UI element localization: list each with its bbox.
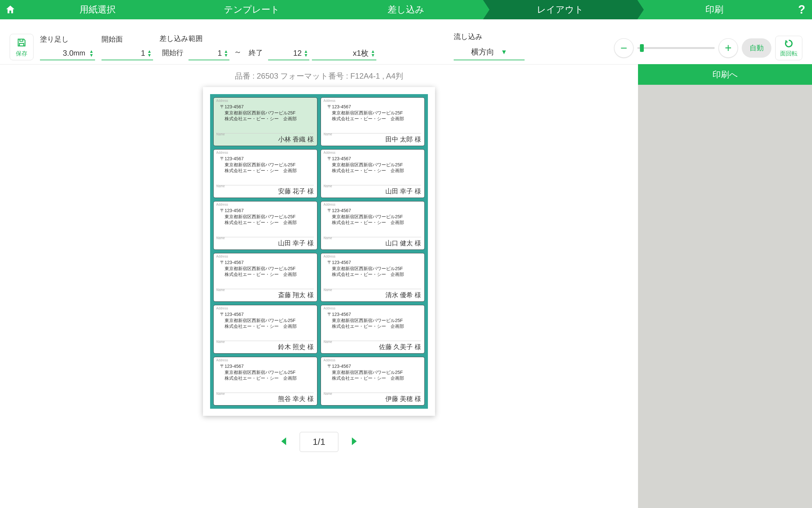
step-paper[interactable]: 用紙選択 xyxy=(20,0,175,19)
zoom-out-button[interactable]: − xyxy=(614,38,633,58)
startface-spinner[interactable]: ▲▼ xyxy=(147,49,152,57)
name-heading: Name xyxy=(323,236,332,240)
startface-input-wrap[interactable]: ▲▼ xyxy=(101,47,153,60)
page-indicator[interactable]: 1/1 xyxy=(300,432,339,452)
label-cell[interactable]: Address〒123-4567東京都新宿区西新宿パワービル25F株式会社エー・… xyxy=(213,357,317,406)
page-preview[interactable]: Address〒123-4567東京都新宿区西新宿パワービル25F株式会社エー・… xyxy=(203,87,435,416)
zip: 〒123-4567 xyxy=(327,312,421,318)
range-end-input[interactable] xyxy=(269,49,302,58)
range-start-wrap[interactable]: ▲▼ xyxy=(188,47,230,60)
range-control: 差し込み範囲 開始行 ▲▼ ～ 終了 ▲▼ ▲▼ xyxy=(160,34,377,60)
zoom-slider[interactable] xyxy=(637,47,715,49)
label-cell[interactable]: Address〒123-4567東京都新宿区西新宿パワービル25F株式会社エー・… xyxy=(213,201,317,250)
copies-wrap[interactable]: ▲▼ xyxy=(312,47,376,60)
rotate-button[interactable]: 面回転 xyxy=(775,36,802,60)
address-line: 株式会社エー・ビー・シー 企画部 xyxy=(332,116,421,122)
zip: 〒123-4567 xyxy=(220,260,314,266)
label-cell[interactable]: Address〒123-4567東京都新宿区西新宿パワービル25F株式会社エー・… xyxy=(213,149,317,198)
address-heading: Address xyxy=(323,358,335,362)
step-template[interactable]: テンプレート xyxy=(175,0,329,19)
label-cell[interactable]: Address〒123-4567東京都新宿区西新宿パワービル25F株式会社エー・… xyxy=(321,305,425,353)
spin-down-icon[interactable]: ▼ xyxy=(224,53,228,57)
recipient-name: 熊谷 幸夫 様 xyxy=(217,393,314,403)
address-heading: Address xyxy=(323,255,335,258)
range-end-wrap[interactable]: ▲▼ xyxy=(268,47,309,60)
step-layout[interactable]: レイアウト xyxy=(483,0,637,19)
save-icon xyxy=(16,37,27,48)
step-merge[interactable]: 差し込み xyxy=(329,0,483,19)
name-heading: Name xyxy=(216,288,225,292)
spin-down-icon[interactable]: ▼ xyxy=(147,53,152,57)
copies-input[interactable] xyxy=(336,49,369,58)
prev-page-button[interactable] xyxy=(278,435,290,449)
startface-control: 開始面 ▲▼ xyxy=(101,35,153,60)
bleed-input-wrap[interactable]: mm ▲▼ xyxy=(40,47,95,60)
range-end-spinner[interactable]: ▲▼ xyxy=(304,49,308,57)
label-cell[interactable]: Address〒123-4567東京都新宿区西新宿パワービル25F株式会社エー・… xyxy=(321,97,425,146)
chevron-right-icon xyxy=(348,435,360,447)
recipient-name: 山田 幸子 様 xyxy=(217,237,314,248)
save-button[interactable]: 保存 xyxy=(10,34,34,60)
address-line: 株式会社エー・ビー・シー 企画部 xyxy=(332,168,421,173)
range-tilde: ～ xyxy=(234,47,242,57)
spin-down-icon[interactable]: ▼ xyxy=(370,53,375,57)
recipient-name: 小林 香織 様 xyxy=(217,133,314,144)
zip: 〒123-4567 xyxy=(327,364,421,369)
help-icon: ? xyxy=(798,3,805,16)
chevron-left-icon xyxy=(278,435,290,447)
flow-control: 流し込み 横方向 ▼ xyxy=(454,32,525,60)
bleed-label: 塗り足し xyxy=(40,35,95,44)
zip: 〒123-4567 xyxy=(220,208,314,214)
step-label: テンプレート xyxy=(224,4,280,16)
address-line: 東京都新宿区西新宿パワービル25F xyxy=(332,162,421,168)
startface-label: 開始面 xyxy=(101,35,153,44)
address-line: 株式会社エー・ビー・シー 企画部 xyxy=(225,116,314,122)
zip: 〒123-4567 xyxy=(220,156,314,162)
label-cell[interactable]: Address〒123-4567東京都新宿区西新宿パワービル25F株式会社エー・… xyxy=(321,149,425,198)
address-line: 東京都新宿区西新宿パワービル25F xyxy=(225,369,314,375)
zoom-controls: − + 自動 面回転 xyxy=(614,36,802,60)
recipient-name: 田中 太郎 様 xyxy=(324,133,421,144)
canvas-area: 品番 : 26503 フォーマット番号 : F12A4-1 , A4判 Addr… xyxy=(0,65,638,508)
recipient-name: 斎藤 翔太 様 xyxy=(217,289,314,299)
side-panel: 印刷へ xyxy=(638,65,812,508)
address-heading: Address xyxy=(216,255,228,258)
bleed-input[interactable] xyxy=(41,49,74,58)
address-heading: Address xyxy=(323,99,335,102)
zoom-in-button[interactable]: + xyxy=(719,38,738,58)
goto-print-button[interactable]: 印刷へ xyxy=(638,64,812,85)
range-start-spinner[interactable]: ▲▼ xyxy=(224,49,228,57)
address-heading: Address xyxy=(216,99,228,102)
recipient-name: 清水 優希 様 xyxy=(324,289,421,299)
recipient-name: 伊藤 美穂 様 xyxy=(324,393,421,403)
label-cell[interactable]: Address〒123-4567東京都新宿区西新宿パワービル25F株式会社エー・… xyxy=(213,253,317,302)
label-cell[interactable]: Address〒123-4567東京都新宿区西新宿パワービル25F株式会社エー・… xyxy=(321,201,425,250)
flow-select[interactable]: 横方向 ▼ xyxy=(454,45,525,60)
next-page-button[interactable] xyxy=(348,435,360,449)
slider-thumb[interactable] xyxy=(640,44,644,52)
home-icon xyxy=(5,4,16,15)
label-cell[interactable]: Address〒123-4567東京都新宿区西新宿パワービル25F株式会社エー・… xyxy=(213,305,317,353)
address-line: 株式会社エー・ビー・シー 企画部 xyxy=(332,375,421,381)
spin-down-icon[interactable]: ▼ xyxy=(304,53,308,57)
step-print[interactable]: 印刷 xyxy=(637,0,792,19)
copies-spinner[interactable]: ▲▼ xyxy=(370,49,375,57)
address-line: 株式会社エー・ビー・シー 企画部 xyxy=(225,323,314,329)
label-cell[interactable]: Address〒123-4567東京都新宿区西新宿パワービル25F株式会社エー・… xyxy=(213,97,317,146)
address-heading: Address xyxy=(323,306,335,310)
spin-down-icon[interactable]: ▼ xyxy=(89,53,94,57)
startface-input[interactable] xyxy=(113,49,145,58)
zip: 〒123-4567 xyxy=(220,104,314,110)
address-line: 東京都新宿区西新宿パワービル25F xyxy=(332,110,421,116)
zoom-auto-button[interactable]: 自動 xyxy=(742,38,771,58)
bleed-spinner[interactable]: ▲▼ xyxy=(89,49,94,57)
home-button[interactable] xyxy=(0,0,20,19)
step-label: 差し込み xyxy=(388,4,424,16)
label-cell[interactable]: Address〒123-4567東京都新宿区西新宿パワービル25F株式会社エー・… xyxy=(321,253,425,302)
name-heading: Name xyxy=(216,132,225,136)
label-grid: Address〒123-4567東京都新宿区西新宿パワービル25F株式会社エー・… xyxy=(210,94,428,409)
range-start-input[interactable] xyxy=(190,49,222,58)
name-heading: Name xyxy=(323,184,332,188)
label-cell[interactable]: Address〒123-4567東京都新宿区西新宿パワービル25F株式会社エー・… xyxy=(321,357,425,406)
address-line: 株式会社エー・ビー・シー 企画部 xyxy=(225,271,314,277)
